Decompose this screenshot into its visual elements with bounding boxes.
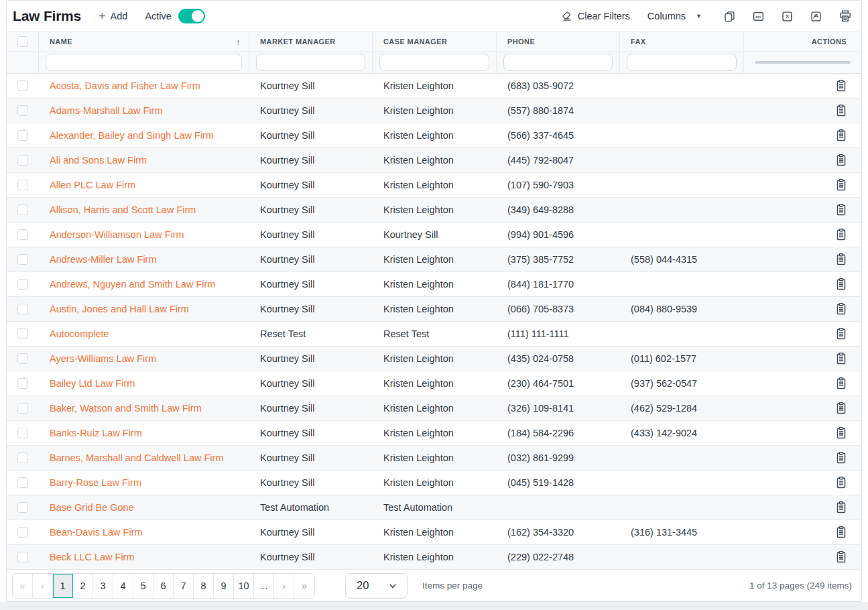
row-checkbox[interactable] [17,477,28,488]
row-notes-button[interactable] [834,129,848,142]
firm-name-link[interactable]: Anderson-Williamson Law Firm [50,229,184,240]
row-checkbox[interactable] [17,378,28,389]
page-size-select[interactable]: 20 [345,573,408,599]
firm-name-link[interactable]: Adams-Marshall Law Firm [50,105,162,116]
row-notes-button[interactable] [834,228,848,241]
page-button-2[interactable]: 2 [73,574,93,598]
clear-filters-button[interactable]: Clear Filters [561,10,630,22]
row-checkbox[interactable] [17,279,28,290]
row-notes-button[interactable] [834,451,848,465]
row-checkbox[interactable] [17,80,28,91]
row-checkbox[interactable] [17,452,28,463]
row-checkbox[interactable] [17,328,28,339]
filter-input-name[interactable] [46,54,242,71]
filter-input-phone[interactable] [503,54,613,71]
page-button-5[interactable]: 5 [133,574,153,598]
row-checkbox[interactable] [17,155,28,166]
firm-name-link[interactable]: Banks-Ruiz Law Firm [50,428,142,438]
pdf-export-button[interactable] [810,10,822,23]
firm-name-link[interactable]: Alexander, Bailey and Singh Law Firm [50,130,214,141]
case-manager-cell: Kristen Leighton [373,297,497,321]
row-notes-button[interactable] [834,203,848,217]
case-manager-cell: Reset Test [373,322,497,346]
row-notes-button[interactable] [834,327,848,341]
firm-name-link[interactable]: Barry-Rose Law Firm [50,477,141,488]
column-header-fax[interactable]: FAX [620,32,744,51]
firm-name-link[interactable]: Andrews, Nguyen and Smith Law Firm [50,279,215,290]
row-notes-button[interactable] [834,253,848,266]
row-notes-button[interactable] [834,476,848,489]
row-checkbox[interactable] [17,428,28,438]
row-notes-button[interactable] [834,154,848,167]
column-header-name[interactable]: NAME↑ [39,32,249,51]
row-checkbox[interactable] [17,130,28,141]
page-button-8[interactable]: 8 [194,574,214,598]
firm-name-link[interactable]: Autocomplete [50,328,109,339]
firm-name-link[interactable]: Ayers-Williams Law Firm [50,353,156,364]
row-checkbox[interactable] [17,304,28,314]
firm-name-link[interactable]: Bean-Davis Law Firm [50,527,143,538]
firm-name-link[interactable]: Bailey Ltd Law Firm [50,378,135,389]
row-checkbox[interactable] [17,552,28,562]
excel-export-button[interactable]: X [781,10,794,23]
page-button-4[interactable]: 4 [113,574,133,598]
add-button[interactable]: + Add [99,10,127,22]
column-header-phone[interactable]: PHONE [497,32,620,51]
firm-name-link[interactable]: Andrews-Miller Law Firm [50,254,157,265]
more-pages-button[interactable]: ... [254,574,274,598]
column-header-actions[interactable]: ACTIONS [744,32,861,51]
row-notes-button[interactable] [834,104,848,117]
firm-name-link[interactable]: Beck LLC Law Firm [50,552,135,562]
column-header-case-manager[interactable]: CASE MANAGER [373,32,497,51]
horizontal-scrollbar-thumb[interactable] [755,61,851,64]
row-notes-button[interactable] [834,352,848,365]
firm-name-link[interactable]: Ali and Sons Law Firm [50,155,147,166]
firm-name-link[interactable]: Austin, Jones and Hall Law Firm [50,304,189,314]
row-checkbox[interactable] [17,527,28,538]
row-checkbox[interactable] [17,353,28,364]
row-notes-button[interactable] [834,377,848,390]
row-checkbox[interactable] [17,105,28,116]
filter-input-case-manager[interactable] [379,54,489,71]
firm-name-link[interactable]: Allen PLC Law Firm [50,180,135,190]
row-notes-button[interactable] [834,550,848,564]
row-checkbox[interactable] [17,204,28,215]
row-notes-button[interactable] [834,178,848,192]
copy-button[interactable] [723,10,736,23]
row-notes-button[interactable] [834,501,848,514]
row-notes-button[interactable] [834,79,848,93]
row-notes-button[interactable] [834,526,848,539]
csv-export-button[interactable]: csv [752,10,765,23]
row-checkbox[interactable] [17,254,28,265]
page-button-7[interactable]: 7 [174,574,194,598]
columns-dropdown[interactable]: Columns ▼ [647,11,702,21]
last-page-button[interactable]: » [294,574,314,598]
filter-input-market-manager[interactable] [256,54,365,71]
plus-icon: + [99,10,106,22]
select-all-checkbox[interactable] [17,36,28,47]
page-button-1[interactable]: 1 [53,574,73,598]
active-toggle[interactable] [178,9,205,23]
print-button[interactable] [839,9,852,23]
row-notes-button[interactable] [834,302,848,316]
next-page-button[interactable]: › [274,574,294,598]
firm-name-link[interactable]: Base Grid Be Gone [50,502,134,513]
row-checkbox[interactable] [17,502,28,513]
row-checkbox[interactable] [17,180,28,190]
firm-name-link[interactable]: Barnes, Marshall and Caldwell Law Firm [50,452,224,463]
page-button-3[interactable]: 3 [93,574,113,598]
filter-input-fax[interactable] [627,54,737,71]
table-row: Adams-Marshall Law FirmKourtney SillKris… [7,99,861,123]
page-button-10[interactable]: 10 [234,574,254,598]
page-button-6[interactable]: 6 [153,574,174,598]
row-notes-button[interactable] [834,426,848,440]
row-checkbox[interactable] [17,229,28,240]
page-button-9[interactable]: 9 [214,574,234,598]
firm-name-link[interactable]: Baker, Watson and Smith Law Firm [50,403,202,414]
row-checkbox[interactable] [17,403,28,414]
firm-name-link[interactable]: Allison, Harris and Scott Law Firm [50,204,196,215]
column-header-market-manager[interactable]: MARKET MANAGER [249,32,373,51]
row-notes-button[interactable] [834,278,848,291]
row-notes-button[interactable] [834,402,848,415]
firm-name-link[interactable]: Acosta, Davis and Fisher Law Firm [50,80,200,91]
